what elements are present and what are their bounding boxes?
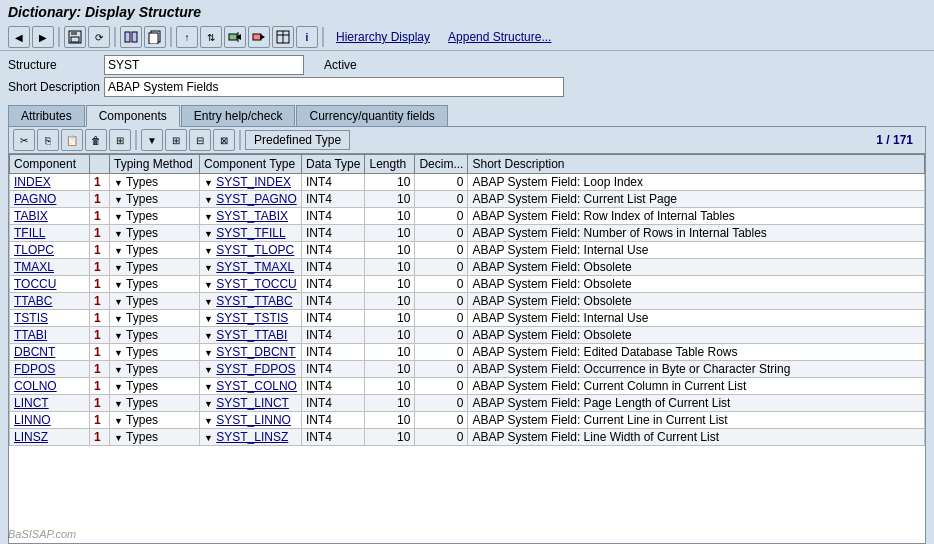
tab-currency[interactable]: Currency/quantity fields	[296, 105, 447, 126]
predefined-type-button[interactable]: Predefined Type	[245, 130, 350, 150]
svg-marker-11	[260, 34, 265, 40]
table-copy-button[interactable]: ⎘	[37, 129, 59, 151]
component-type-link[interactable]: SYST_TLOPC	[216, 243, 294, 257]
display-change-button[interactable]	[120, 26, 142, 48]
component-type-link[interactable]: SYST_LINSZ	[216, 430, 288, 444]
cell-typing: 1	[90, 412, 110, 429]
structure-input[interactable]	[104, 55, 304, 75]
cut-button[interactable]: ✂	[13, 129, 35, 151]
cell-component: TOCCU	[10, 276, 90, 293]
cell-decim: 0	[415, 361, 468, 378]
component-link[interactable]: LINCT	[14, 396, 49, 410]
back-button[interactable]: ◀	[8, 26, 30, 48]
table-delete-button[interactable]: 🗑	[85, 129, 107, 151]
table-row[interactable]: LINNO1▼ Types▼ SYST_LINNOINT4100ABAP Sys…	[10, 412, 925, 429]
append-structure-button[interactable]: Append Structure...	[448, 30, 551, 44]
hierarchy-display-button[interactable]: Hierarchy Display	[336, 30, 430, 44]
component-link[interactable]: DBCNT	[14, 345, 55, 359]
component-type-link[interactable]: SYST_LINNO	[216, 413, 291, 427]
table-row[interactable]: TFILL1▼ Types▼ SYST_TFILLINT4100ABAP Sys…	[10, 225, 925, 242]
table-row[interactable]: INDEX1▼ Types▼ SYST_INDEXINT4100ABAP Sys…	[10, 174, 925, 191]
filter-button[interactable]: ▼	[141, 129, 163, 151]
page-title: Dictionary: Display Structure	[8, 4, 201, 20]
table-insert-row-button[interactable]: ⊞	[109, 129, 131, 151]
component-link[interactable]: FDPOS	[14, 362, 55, 376]
up-button[interactable]: ↑	[176, 26, 198, 48]
table-row[interactable]: FDPOS1▼ Types▼ SYST_FDPOSINT4100ABAP Sys…	[10, 361, 925, 378]
table-container[interactable]: Component Typing Method Component Type D…	[9, 154, 925, 538]
delete-button[interactable]	[248, 26, 270, 48]
cell-typing: 1	[90, 276, 110, 293]
component-link[interactable]: PAGNO	[14, 192, 56, 206]
component-type-link[interactable]: SYST_FDPOS	[216, 362, 295, 376]
component-link[interactable]: TABIX	[14, 209, 48, 223]
move-button[interactable]: ⇅	[200, 26, 222, 48]
save-button[interactable]	[64, 26, 86, 48]
separator-3	[170, 27, 172, 47]
cell-typing-method: ▼ Types	[110, 327, 200, 344]
table-btn-4[interactable]: ⊠	[213, 129, 235, 151]
tab-entry-help[interactable]: Entry help/check	[181, 105, 296, 126]
forward-button[interactable]: ▶	[32, 26, 54, 48]
component-link[interactable]: INDEX	[14, 175, 51, 189]
component-link[interactable]: TSTIS	[14, 311, 48, 325]
table-row[interactable]: LINSZ1▼ Types▼ SYST_LINSZINT4100ABAP Sys…	[10, 429, 925, 446]
component-type-link[interactable]: SYST_TTABC	[216, 294, 292, 308]
table-row[interactable]: TABIX1▼ Types▼ SYST_TABIXINT4100ABAP Sys…	[10, 208, 925, 225]
cell-typing-method: ▼ Types	[110, 259, 200, 276]
component-link[interactable]: TMAXL	[14, 260, 54, 274]
table-row[interactable]: DBCNT1▼ Types▼ SYST_DBCNTINT4100ABAP Sys…	[10, 344, 925, 361]
cell-data-type: INT4	[301, 174, 364, 191]
table-row[interactable]: TSTIS1▼ Types▼ SYST_TSTISINT4100ABAP Sys…	[10, 310, 925, 327]
tab-attributes[interactable]: Attributes	[8, 105, 85, 126]
table-row[interactable]: TTABC1▼ Types▼ SYST_TTABCINT4100ABAP Sys…	[10, 293, 925, 310]
table-row[interactable]: PAGNO1▼ Types▼ SYST_PAGNOINT4100ABAP Sys…	[10, 191, 925, 208]
tab-components[interactable]: Components	[86, 105, 180, 127]
component-type-link[interactable]: SYST_TSTIS	[216, 311, 288, 325]
info-button[interactable]: i	[296, 26, 318, 48]
component-type-link[interactable]: SYST_TTABI	[216, 328, 287, 342]
component-link[interactable]: TOCCU	[14, 277, 56, 291]
component-type-link[interactable]: SYST_TOCCU	[216, 277, 296, 291]
table-button[interactable]	[272, 26, 294, 48]
cell-component: TTABC	[10, 293, 90, 310]
component-type-link[interactable]: SYST_TABIX	[216, 209, 288, 223]
cell-typing: 1	[90, 378, 110, 395]
table-btn-3[interactable]: ⊟	[189, 129, 211, 151]
component-link[interactable]: LINNO	[14, 413, 51, 427]
status-text: Active	[308, 58, 357, 72]
component-link[interactable]: TTABI	[14, 328, 47, 342]
table-row[interactable]: TMAXL1▼ Types▼ SYST_TMAXLINT4100ABAP Sys…	[10, 259, 925, 276]
copy-button[interactable]	[144, 26, 166, 48]
component-link[interactable]: LINSZ	[14, 430, 48, 444]
component-type-link[interactable]: SYST_INDEX	[216, 175, 291, 189]
table-sep-2	[239, 130, 241, 150]
component-type-link[interactable]: SYST_TMAXL	[216, 260, 294, 274]
col-header-decim: Decim...	[415, 155, 468, 174]
component-type-link[interactable]: SYST_TFILL	[216, 226, 285, 240]
insert-button[interactable]	[224, 26, 246, 48]
table-row[interactable]: TOCCU1▼ Types▼ SYST_TOCCUINT4100ABAP Sys…	[10, 276, 925, 293]
component-type-link[interactable]: SYST_DBCNT	[216, 345, 295, 359]
cell-short-desc: ABAP System Field: Obsolete	[468, 327, 925, 344]
component-link[interactable]: TTABC	[14, 294, 52, 308]
table-row[interactable]: TTABI1▼ Types▼ SYST_TTABIINT4100ABAP Sys…	[10, 327, 925, 344]
cell-typing: 1	[90, 208, 110, 225]
component-link[interactable]: TLOPC	[14, 243, 54, 257]
cell-short-desc: ABAP System Field: Page Length of Curren…	[468, 395, 925, 412]
cell-data-type: INT4	[301, 395, 364, 412]
component-type-link[interactable]: SYST_LINCT	[216, 396, 289, 410]
table-row[interactable]: LINCT1▼ Types▼ SYST_LINCTINT4100ABAP Sys…	[10, 395, 925, 412]
table-row[interactable]: COLNO1▼ Types▼ SYST_COLNOINT4100ABAP Sys…	[10, 378, 925, 395]
component-type-link[interactable]: SYST_COLNO	[216, 379, 297, 393]
refresh-button[interactable]: ⟳	[88, 26, 110, 48]
short-desc-input[interactable]	[104, 77, 564, 97]
component-link[interactable]: COLNO	[14, 379, 57, 393]
cell-typing-method: ▼ Types	[110, 293, 200, 310]
table-btn-2[interactable]: ⊞	[165, 129, 187, 151]
table-row[interactable]: TLOPC1▼ Types▼ SYST_TLOPCINT4100ABAP Sys…	[10, 242, 925, 259]
component-link[interactable]: TFILL	[14, 226, 45, 240]
cell-typing: 1	[90, 361, 110, 378]
table-paste-button[interactable]: 📋	[61, 129, 83, 151]
component-type-link[interactable]: SYST_PAGNO	[216, 192, 296, 206]
